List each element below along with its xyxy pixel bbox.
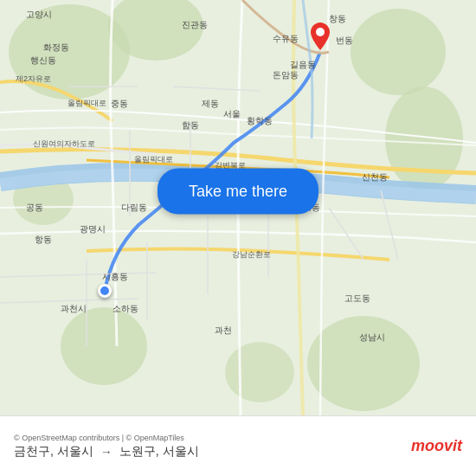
route-info: 금천구, 서울시 → 노원구, 서울시 <box>14 444 411 460</box>
origin-label: 금천구, 서울시 <box>14 444 93 460</box>
destination-label: 노원구, 서울시 <box>119 444 199 460</box>
svg-point-3 <box>351 9 446 95</box>
route-arrow: → <box>100 445 113 459</box>
destination-marker <box>311 23 330 54</box>
footer: © OpenStreetMap contributors | © OpenMap… <box>0 415 476 476</box>
take-me-there-button[interactable]: Take me there <box>158 168 318 214</box>
svg-point-4 <box>385 87 463 190</box>
svg-point-6 <box>307 316 420 411</box>
attribution-text: © OpenStreetMap contributors | © OpenMap… <box>14 434 411 442</box>
footer-left: © OpenStreetMap contributors | © OpenMap… <box>14 434 411 460</box>
moovit-logo: moovit <box>411 437 462 455</box>
moovit-logo-text: moovit <box>411 437 462 455</box>
svg-point-21 <box>316 28 325 36</box>
svg-point-8 <box>225 342 294 402</box>
origin-marker <box>98 284 112 298</box>
map-container: 고양시 창동 수유동 번동 화정동 행신동 제2자유로 진관동 길음동 돈암동 … <box>0 0 476 415</box>
svg-point-5 <box>61 307 147 385</box>
